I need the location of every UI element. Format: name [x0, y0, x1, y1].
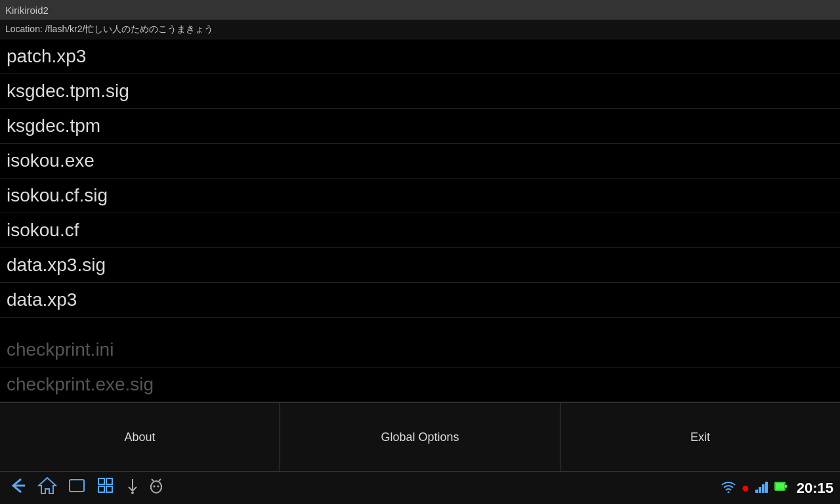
- file-item[interactable]: isokou.exe: [0, 144, 840, 178]
- svg-point-15: [158, 485, 159, 487]
- global-options-button[interactable]: Global Options: [280, 403, 560, 471]
- location-bar: Location: /flash/kr2/忙しい人のためのこうまきょう: [0, 20, 840, 39]
- svg-rect-20: [759, 487, 761, 493]
- svg-rect-3: [98, 478, 104, 484]
- notification-icon: ●: [742, 480, 749, 495]
- svg-rect-6: [106, 486, 112, 492]
- app-title: Kirikiroid2: [5, 5, 49, 16]
- file-item[interactable]: ksgdec.tpm: [0, 109, 840, 144]
- partial-items-container: checkprint.ini checkprint.exe.sig: [0, 333, 840, 402]
- wifi-icon: [721, 480, 736, 496]
- svg-rect-4: [106, 478, 112, 484]
- svg-rect-24: [776, 483, 784, 490]
- context-menu: About Global Options Exit: [0, 402, 840, 471]
- file-item[interactable]: isokou.cf.sig: [0, 178, 840, 213]
- partial-item-2[interactable]: checkprint.exe.sig: [0, 368, 840, 402]
- svg-rect-25: [785, 485, 787, 488]
- svg-point-14: [154, 485, 156, 487]
- title-bar: Kirikiroid2: [0, 0, 840, 20]
- svg-rect-5: [98, 486, 104, 492]
- svg-point-10: [131, 492, 134, 494]
- file-item[interactable]: ksgdec.tpm.sig: [0, 74, 840, 109]
- svg-point-11: [151, 481, 161, 493]
- battery-icon: [774, 480, 788, 495]
- svg-rect-22: [765, 482, 768, 493]
- svg-rect-2: [70, 480, 84, 492]
- file-item[interactable]: data.xp3.sig: [0, 248, 840, 283]
- svg-line-12: [152, 479, 154, 481]
- time-display: 20:15: [797, 480, 833, 497]
- file-item[interactable]: patch.xp3: [0, 39, 840, 74]
- svg-line-13: [159, 479, 161, 481]
- about-button[interactable]: About: [0, 403, 280, 471]
- back-button[interactable]: [7, 476, 28, 499]
- location-text: Location: /flash/kr2/忙しい人のためのこうまきょう: [5, 24, 213, 35]
- android-icon: [149, 478, 163, 499]
- signal-icon: [755, 481, 769, 495]
- svg-rect-19: [755, 490, 758, 493]
- exit-button[interactable]: Exit: [560, 403, 840, 471]
- nav-right: ● 20:15: [721, 480, 833, 497]
- svg-marker-1: [39, 478, 56, 494]
- home-button[interactable]: [37, 476, 57, 499]
- grid-button[interactable]: [96, 476, 116, 499]
- partial-item-1[interactable]: checkprint.ini: [0, 333, 840, 368]
- nav-bar: ● 20:15: [0, 471, 840, 504]
- svg-rect-21: [762, 484, 765, 493]
- file-item[interactable]: isokou.cf: [0, 213, 840, 248]
- file-item[interactable]: data.xp3: [0, 283, 840, 318]
- nav-left: [7, 476, 163, 499]
- svg-point-18: [727, 492, 729, 494]
- usb-icon: [126, 478, 139, 499]
- recents-button[interactable]: [67, 476, 87, 499]
